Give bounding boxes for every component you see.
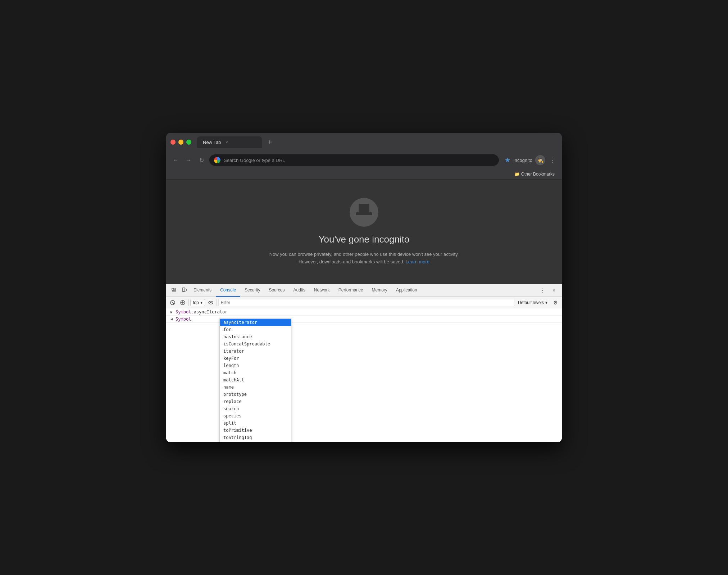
incognito-avatar[interactable]: 🕵 <box>535 155 545 165</box>
eye-button[interactable] <box>206 298 215 307</box>
devtools-close-button[interactable]: × <box>549 285 559 295</box>
toolbar-divider <box>188 299 189 306</box>
inspect-icon <box>171 288 177 293</box>
autocomplete-item-replace[interactable]: replace <box>220 398 291 405</box>
autocomplete-item-asyncIterator[interactable]: asyncIterator <box>220 319 291 326</box>
glass-bridge <box>363 218 365 219</box>
svg-rect-6 <box>185 289 186 291</box>
back-button[interactable]: ← <box>170 155 181 165</box>
expand-button-1[interactable] <box>169 309 174 314</box>
close-icon: × <box>226 140 228 144</box>
tab-close-button[interactable]: × <box>224 139 229 145</box>
symbol-method: asyncIterator <box>194 309 228 314</box>
autocomplete-item-length[interactable]: length <box>220 362 291 369</box>
minimize-button[interactable] <box>178 140 183 145</box>
stop-button[interactable] <box>178 298 187 307</box>
expand-arrow-icon <box>170 310 173 314</box>
console-content: Symbol.asyncIterator Symbol asyncIterato… <box>166 308 562 442</box>
gear-icon: ⚙ <box>553 300 558 305</box>
clear-console-button[interactable] <box>168 298 177 307</box>
settings-button[interactable]: ⚙ <box>551 298 560 307</box>
google-icon <box>214 157 221 164</box>
svg-point-14 <box>210 302 211 303</box>
filter-input[interactable] <box>218 299 514 306</box>
context-selector[interactable]: top ▾ <box>190 299 205 306</box>
autocomplete-item-match[interactable]: match <box>220 369 291 376</box>
tab-elements[interactable]: Elements <box>189 284 216 297</box>
back-icon: ← <box>173 157 178 163</box>
devtools-tab-end: ⋮ × <box>537 285 559 295</box>
devtools-panel: Elements Console Security Sources Audits… <box>166 284 562 442</box>
forward-icon: → <box>186 157 191 163</box>
tab-security[interactable]: Security <box>240 284 264 297</box>
symbol-result: Symbol <box>176 317 191 322</box>
clear-icon <box>170 300 175 305</box>
tab-memory[interactable]: Memory <box>368 284 392 297</box>
autocomplete-item-for[interactable]: for <box>220 326 291 333</box>
autocomplete-item-hasInstance[interactable]: hasInstance <box>220 333 291 340</box>
incognito-hat-icon <box>356 204 372 221</box>
tab-application[interactable]: Application <box>392 284 422 297</box>
autocomplete-dropdown: asyncIterator for hasInstance isConcatSp… <box>219 318 291 442</box>
address-text: Search Google or type a URL <box>224 158 285 163</box>
tab-performance[interactable]: Performance <box>334 284 368 297</box>
svg-rect-5 <box>182 288 185 291</box>
autocomplete-item-search[interactable]: search <box>220 405 291 412</box>
left-glass <box>356 217 362 221</box>
autocomplete-item-keyFor[interactable]: keyFor <box>220 355 291 362</box>
close-button[interactable] <box>170 140 176 145</box>
levels-chevron-icon: ▾ <box>545 300 547 305</box>
svg-line-9 <box>172 302 174 304</box>
symbol-prefix: Symbol. <box>176 309 194 314</box>
tab-network[interactable]: Network <box>310 284 334 297</box>
maximize-button[interactable] <box>186 140 191 145</box>
title-bar: New Tab × + <box>166 133 562 151</box>
new-tab-button[interactable]: + <box>265 137 275 147</box>
collapse-arrow-icon <box>170 317 173 321</box>
autocomplete-item-species[interactable]: species <box>220 412 291 420</box>
hat-top <box>359 204 369 212</box>
devtools-header: Elements Console Security Sources Audits… <box>166 284 562 297</box>
tab-new-tab[interactable]: New Tab × <box>197 136 262 148</box>
tab-audits[interactable]: Audits <box>289 284 309 297</box>
page-title: You've gone incognito <box>319 234 410 245</box>
menu-button[interactable]: ⋮ <box>548 155 558 166</box>
hat-brim <box>356 212 372 215</box>
bookmark-folder-icon: 📁 <box>514 172 520 177</box>
nav-right: ★ Incognito 🕵 ⋮ <box>505 155 558 166</box>
levels-selector[interactable]: Default levels ▾ <box>516 299 550 306</box>
stop-icon <box>180 300 185 305</box>
console-line-1: Symbol.asyncIterator <box>166 308 562 316</box>
learn-more-link[interactable]: Learn more <box>406 259 429 264</box>
right-glass <box>366 217 372 221</box>
autocomplete-item-iterator[interactable]: iterator <box>220 348 291 355</box>
devtools-inspect-button[interactable] <box>169 285 179 295</box>
incognito-logo <box>350 198 378 227</box>
autocomplete-item-toPrimitive[interactable]: toPrimitive <box>220 427 291 434</box>
autocomplete-item-isConcatSpreadable[interactable]: isConcatSpreadable <box>220 340 291 348</box>
tab-console[interactable]: Console <box>216 284 240 297</box>
traffic-lights <box>170 140 191 145</box>
other-bookmarks[interactable]: 📁 Other Bookmarks <box>511 171 558 177</box>
chevron-down-icon: ▾ <box>200 300 203 305</box>
autocomplete-item-unscopables[interactable]: unscopables <box>220 441 291 442</box>
expand-button-2[interactable] <box>169 317 174 322</box>
tab-sources[interactable]: Sources <box>264 284 289 297</box>
autocomplete-item-name[interactable]: name <box>220 384 291 391</box>
forward-button[interactable]: → <box>183 155 194 165</box>
autocomplete-item-matchAll[interactable]: matchAll <box>220 376 291 384</box>
context-value: top <box>193 300 199 305</box>
devtools-device-button[interactable] <box>179 285 189 295</box>
autocomplete-item-split[interactable]: split <box>220 420 291 427</box>
bookmark-label: Other Bookmarks <box>521 172 555 177</box>
reload-button[interactable]: ↻ <box>196 155 206 165</box>
nav-bar: ← → ↻ Search Google or type a URL ★ Inco… <box>166 151 562 169</box>
autocomplete-item-prototype[interactable]: prototype <box>220 391 291 398</box>
levels-label: Default levels <box>518 300 544 305</box>
address-bar[interactable]: Search Google or type a URL <box>209 154 499 166</box>
autocomplete-item-toStringTag[interactable]: toStringTag <box>220 434 291 441</box>
toolbar-divider-2 <box>217 299 217 306</box>
bookmark-star-icon[interactable]: ★ <box>505 156 510 164</box>
plus-icon: + <box>268 138 272 146</box>
devtools-more-button[interactable]: ⋮ <box>537 285 547 295</box>
